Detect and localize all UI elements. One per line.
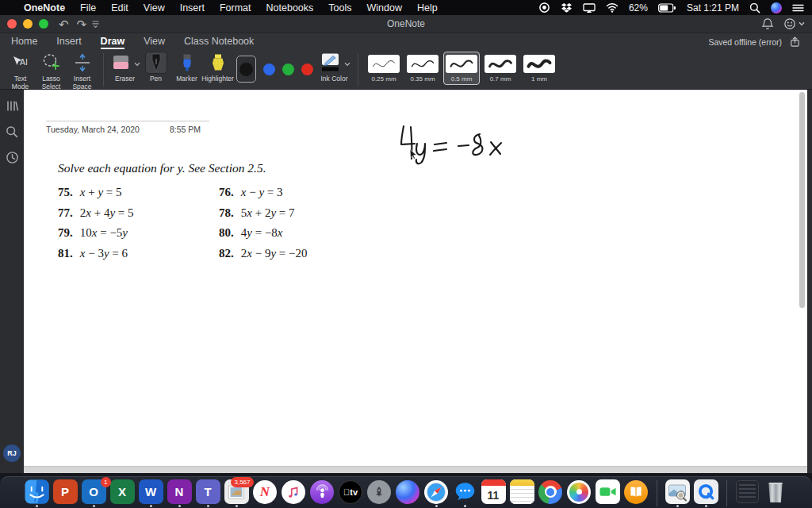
dock-icon-rocket[interactable] [367, 479, 392, 504]
menu-items: OneNoteFileEditViewInsertFormatNotebooks… [8, 2, 438, 13]
marker-icon [179, 52, 195, 74]
thickness-035mm[interactable]: 0.35 mm [404, 52, 441, 85]
dock-icon-facetime[interactable] [596, 479, 620, 504]
thickness-07mm[interactable]: 0.7 mm [482, 52, 519, 85]
recent-clock-icon[interactable] [6, 151, 19, 164]
menu-notebooks[interactable]: Notebooks [266, 2, 314, 13]
notification-center-icon[interactable] [792, 3, 804, 13]
dock-icon-stack[interactable] [735, 479, 760, 504]
airplay-display-icon[interactable] [583, 2, 596, 13]
color-swatch-black[interactable] [239, 63, 253, 76]
vertical-scrollbar[interactable] [799, 92, 805, 308]
dock-item-outlook: O1 [81, 479, 107, 507]
tab-class-notebook[interactable]: Class Notebook [184, 36, 254, 49]
draw-toolbar: AIText ModeLasso SelectInsert Space Eras… [0, 49, 812, 90]
tool-insert-space[interactable]: Insert Space [67, 52, 97, 90]
dock-item-appletv: tv [338, 479, 364, 507]
dock-icon-podcasts[interactable] [310, 479, 335, 504]
menu-insert[interactable]: Insert [180, 2, 205, 13]
screen-record-icon[interactable] [538, 2, 550, 13]
notebooks-icon[interactable] [6, 99, 19, 113]
menu-file[interactable]: File [80, 2, 96, 13]
tab-draw[interactable]: Draw [101, 36, 125, 49]
thickness-05mm[interactable]: 0.5 mm [443, 52, 480, 85]
horizontal-scrollbar[interactable] [24, 466, 807, 473]
dock-icon-onenote[interactable]: N [167, 479, 192, 504]
chevron-down-icon[interactable] [344, 56, 350, 70]
dock-icon-chrome[interactable] [538, 479, 563, 504]
customize-toolbar-icon[interactable] [90, 20, 101, 29]
problem-equation: 10x = −5y [80, 226, 128, 239]
dock-icon-excel[interactable]: X [110, 479, 135, 504]
dock-icon-mail[interactable]: 3,567 [224, 479, 249, 504]
dock-item-trash [763, 479, 789, 507]
tool-pen[interactable]: Pen [141, 52, 170, 83]
menu-onenote[interactable]: OneNote [24, 2, 65, 13]
feedback-smiley-icon[interactable] [783, 17, 796, 30]
tab-insert[interactable]: Insert [56, 36, 81, 49]
spotlight-search-icon[interactable] [749, 2, 760, 13]
problem-number: 77. [58, 206, 73, 219]
tool-lasso-select[interactable]: Lasso Select [36, 52, 66, 90]
dock-item-powerpoint: P [52, 479, 79, 507]
minimize-window-button[interactable] [23, 19, 33, 29]
menu-format[interactable]: Format [220, 2, 251, 13]
tab-view[interactable]: View [144, 36, 165, 49]
dock-icon-photos[interactable] [567, 479, 592, 504]
menu-window[interactable]: Window [366, 2, 401, 13]
dock-icon-quicktime[interactable] [694, 479, 718, 504]
running-indicator-dot [236, 505, 238, 507]
zoom-window-button[interactable] [39, 19, 48, 29]
color-swatch-blue[interactable] [263, 64, 275, 75]
color-swatch-red[interactable] [301, 64, 313, 75]
dock-icon-outlook[interactable]: O1 [82, 479, 106, 504]
dock-icon-news[interactable]: N [253, 479, 278, 504]
siri-icon[interactable] [771, 2, 782, 13]
tab-home[interactable]: Home [11, 36, 37, 49]
user-avatar[interactable]: RJ [3, 444, 21, 462]
dock-icon-messages[interactable] [453, 479, 477, 504]
running-indicator-dot [293, 505, 295, 507]
menubar-clock[interactable]: Sat 1:21 PM [687, 2, 739, 13]
notebook-page[interactable]: Tuesday, March 24, 2020 8:55 PM Solve ea… [24, 90, 807, 466]
undo-button[interactable]: ↶ [59, 18, 69, 30]
handwritten-ink-annotation[interactable] [393, 117, 511, 169]
dock-icon-music[interactable] [282, 479, 306, 504]
share-icon[interactable] [789, 36, 801, 48]
menu-help[interactable]: Help [417, 2, 438, 13]
problem-item: 82.2x − 9y = −20 [219, 247, 307, 260]
thickness-1mm[interactable]: 1 mm [521, 52, 557, 85]
dock-icon-safari[interactable] [424, 479, 449, 504]
dock-icon-notes[interactable] [510, 479, 534, 504]
close-window-button[interactable] [7, 19, 17, 29]
redo-button[interactable]: ↷ [77, 18, 87, 30]
tool-text-mode[interactable]: AIText Mode [6, 52, 35, 90]
menu-edit[interactable]: Edit [111, 2, 128, 13]
tool-eraser[interactable]: Eraser [110, 52, 140, 83]
dock-icon-trash[interactable] [764, 479, 788, 504]
insert-space-icon [72, 52, 93, 74]
thickness-025mm[interactable]: 0.25 mm [366, 52, 402, 85]
dropbox-icon[interactable] [561, 2, 573, 13]
menu-tools[interactable]: Tools [328, 2, 351, 13]
notifications-bell-icon[interactable] [761, 17, 774, 30]
dock-icon-books[interactable] [624, 479, 649, 504]
tool-marker[interactable]: Marker [172, 52, 201, 83]
tool-highlighter[interactable]: Highlighter [203, 52, 232, 83]
dock-icon-preview[interactable] [665, 479, 690, 504]
dock-icon-powerpoint[interactable]: P [53, 479, 78, 504]
dock-icon-teams[interactable]: T [196, 479, 220, 504]
dock-icon-word[interactable]: W [139, 479, 163, 504]
ink-color-button[interactable]: Ink Color [317, 52, 351, 83]
color-swatch-green[interactable] [282, 64, 294, 75]
running-indicator-dot [464, 505, 466, 507]
thickness-label: 1 mm [531, 75, 547, 83]
dock-icon-finder[interactable] [25, 479, 49, 504]
menu-view[interactable]: View [144, 2, 165, 13]
chevron-down-icon[interactable] [134, 56, 140, 70]
dock-icon-appletv[interactable]: tv [339, 479, 363, 504]
dock-icon-siri[interactable] [396, 479, 420, 504]
dock-icon-calendar[interactable]: 11 [481, 479, 506, 504]
search-icon[interactable] [6, 125, 18, 138]
wifi-icon[interactable] [606, 2, 619, 13]
